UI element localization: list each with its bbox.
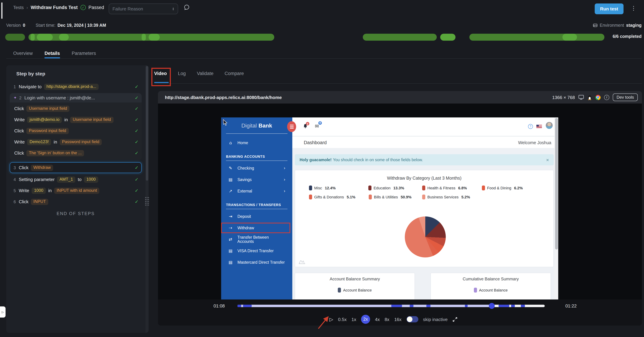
- sidebar-item-withdraw[interactable]: ⇢Withdraw: [221, 223, 290, 233]
- timeline-playhead[interactable]: [489, 303, 495, 309]
- dev-tools-button[interactable]: Dev tools: [613, 94, 638, 101]
- bank-content: Holy guacamole! You should check in on s…: [292, 148, 558, 299]
- step-row[interactable]: ClickPassword input field✓: [10, 126, 142, 136]
- speed-option-8x[interactable]: 8x: [385, 317, 389, 322]
- user-avatar[interactable]: [546, 122, 553, 129]
- card-icon: ▤: [228, 260, 233, 265]
- video-player: http://stage.dbank.prod-apps.relicx.ai:8…: [158, 91, 642, 325]
- more-menu-icon[interactable]: ⋮: [631, 5, 636, 12]
- tab-overview[interactable]: Overview: [13, 51, 33, 56]
- step-row[interactable]: ClickThe 'Sign in' button on the ...✓: [10, 148, 142, 158]
- failure-reason-select[interactable]: Failure Reason ▲▼: [109, 4, 178, 14]
- sidebar-item-external[interactable]: ↗External›: [221, 186, 290, 196]
- bank-sidebar: DigitalBank ⌂HomeBANKING ACCOUNTS✎Checki…: [221, 117, 292, 299]
- speed-option-4x[interactable]: 4x: [375, 317, 380, 322]
- timeline-activity-segment: [243, 305, 252, 307]
- tabs-divider: [6, 58, 642, 59]
- speed-option-1x[interactable]: 1x: [352, 317, 356, 322]
- bank-scrollbar[interactable]: [554, 117, 558, 299]
- step-row[interactable]: WriteDemo123!inPassword input field✓: [10, 137, 142, 147]
- run-progress-bar[interactable]: [5, 34, 604, 41]
- speed-options: 0.5x1x2x4x8x16x: [338, 315, 402, 324]
- account-balance-title: Account Balance Summary: [295, 276, 414, 281]
- bank-logo: DigitalBank: [221, 117, 292, 131]
- speed-option-0.5x[interactable]: 0.5x: [338, 317, 347, 322]
- video-tabs-divider: [154, 83, 642, 84]
- sidebar-item-savings[interactable]: ▤Savings›: [221, 174, 290, 185]
- progress-segment: [5, 34, 25, 41]
- language-flag-icon[interactable]: [536, 125, 542, 128]
- sidebar-item-mastercard-direct-transfer[interactable]: ▤Mastercard Direct Transfer: [221, 257, 290, 267]
- timeline-activity-segment: [511, 305, 515, 307]
- speed-option-2x[interactable]: 2x: [361, 315, 370, 324]
- panel-resize-handle[interactable]: [145, 197, 149, 206]
- timeline-activity-segment: [521, 305, 525, 307]
- cumulative-balance-card: Cumulative Balance Summary Account Balan…: [430, 273, 551, 299]
- step-action-text: Click: [19, 165, 28, 170]
- environment-label: Environment: [600, 23, 624, 28]
- sidebar-item-label: Withdraw: [238, 226, 254, 230]
- step-action-text: Click: [19, 199, 28, 204]
- step-row[interactable]: 5Write1000inINPUT with id amount✓: [10, 186, 142, 195]
- step-action-text: Setting parameter: [19, 177, 55, 182]
- step-number: 6: [14, 199, 16, 204]
- play-button[interactable]: ▷: [330, 316, 333, 322]
- completed-count: 6/6 completed: [612, 34, 642, 39]
- skip-inactive-toggle[interactable]: [406, 316, 418, 322]
- step-row[interactable]: ClickUsername input field✓: [10, 104, 142, 113]
- fullscreen-icon[interactable]: [452, 317, 458, 322]
- account-balance-card: Account Balance Summary Account Balance …: [295, 273, 415, 299]
- step-target-badge: Password input field: [60, 139, 102, 145]
- step-target-badge: The 'Sign in' button on the ...: [26, 150, 84, 156]
- bank-menu-toggle[interactable]: [287, 121, 296, 132]
- bell-icon[interactable]: 0: [303, 124, 308, 130]
- legend-swatch: [474, 288, 477, 292]
- sidebar-item-home[interactable]: ⌂Home: [221, 138, 290, 148]
- help-icon[interactable]: ?: [528, 124, 533, 129]
- test-run-page: Tests › Withdraw Funds Test ✓ Passed Fai…: [0, 0, 644, 337]
- tab-validate[interactable]: Validate: [197, 71, 214, 76]
- legend-item: Bills & Utilities50.9%: [369, 195, 422, 199]
- sidebar-item-checking[interactable]: ✎Checking›: [221, 163, 290, 173]
- sidebar-item-label: External: [238, 189, 252, 193]
- speed-option-16x[interactable]: 16x: [394, 317, 402, 322]
- sidebar-item-visa-direct-transfer[interactable]: ▤VISA Direct Transfer: [221, 246, 290, 256]
- step-row[interactable]: Writejsmith@demo.ioinUsername input fiel…: [10, 115, 142, 124]
- mail-icon[interactable]: ✉ 0: [315, 123, 319, 129]
- alert-close-icon[interactable]: ×: [546, 157, 549, 162]
- sidebar-section-label: BANKING ACCOUNTS: [221, 149, 292, 158]
- linux-os-icon: [588, 95, 592, 100]
- tab-compare[interactable]: Compare: [224, 71, 244, 76]
- sidebar-item-deposit[interactable]: ⇥Deposit: [221, 211, 290, 222]
- environment-icon: [593, 23, 598, 28]
- breadcrumb-tests-link[interactable]: Tests: [13, 5, 24, 10]
- sidebar-section-label: TRANSACTIONS / TRANSFERS: [221, 197, 292, 207]
- timeline-scrubber[interactable]: [238, 305, 545, 307]
- sidebar-item-transfer-between-accounts[interactable]: ⇄Transfer Between Accounts: [221, 234, 290, 245]
- step-group-header[interactable]: ✦2Login with username : jsmith@de...✓: [10, 93, 142, 103]
- tab-log[interactable]: Log: [178, 71, 186, 76]
- breadcrumb-separator-icon: ›: [26, 5, 28, 10]
- legend-item: Gifts & Donations5.1%: [309, 195, 369, 199]
- step-number: 2: [19, 95, 22, 100]
- page-title: Withdraw Funds Test: [31, 5, 78, 10]
- side-panel-pull-tab[interactable]: ▷: [0, 306, 6, 317]
- step-row[interactable]: 4Setting parameterAMT_1to1000✓: [10, 175, 142, 184]
- comment-icon[interactable]: [184, 5, 190, 11]
- info-icon[interactable]: i: [604, 95, 609, 100]
- step-action-text: Click: [14, 106, 24, 111]
- step-row[interactable]: 6ClickINPUT✓: [10, 197, 142, 206]
- step-target-badge: 1000: [32, 187, 46, 194]
- step-target-badge: Username input field: [70, 117, 113, 123]
- tab-details[interactable]: Details: [44, 51, 60, 56]
- step-row[interactable]: 3ClickWithdraw✓: [10, 162, 142, 173]
- step-target-badge: Withdraw: [31, 165, 53, 171]
- run-test-button[interactable]: Run test: [595, 4, 624, 14]
- failure-reason-placeholder: Failure Reason: [112, 6, 143, 12]
- bill-icon: ▤: [228, 177, 233, 182]
- legend-swatch: [369, 195, 372, 199]
- tab-parameters[interactable]: Parameters: [72, 51, 96, 56]
- step-row[interactable]: 1Navigate tohttp://stage.dbank.prod-a...…: [10, 82, 142, 91]
- timeline-activity-segment: [410, 305, 414, 307]
- top-header: Tests › Withdraw Funds Test ✓ Passed Fai…: [0, 0, 644, 18]
